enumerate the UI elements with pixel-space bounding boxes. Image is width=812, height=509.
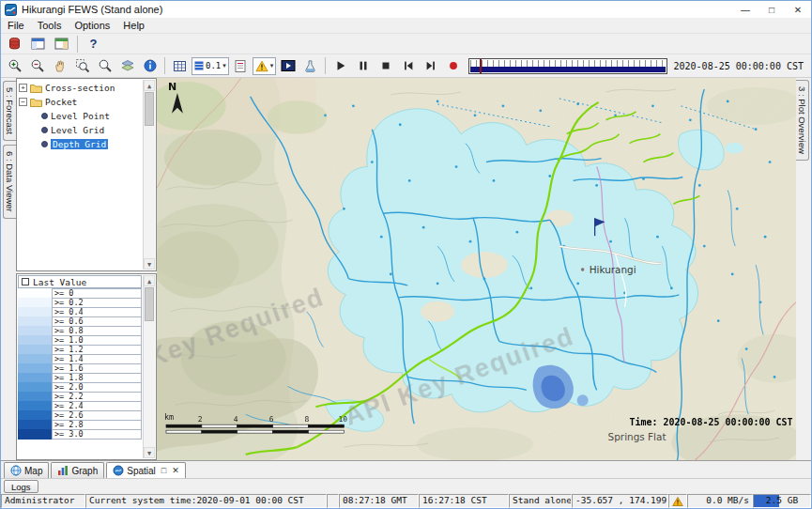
map-time-label: Time: 2020-08-25 00:00:00 CST — [630, 417, 793, 427]
tab-restore-icon[interactable]: □ — [161, 466, 166, 475]
minimize-button[interactable]: — — [732, 1, 758, 18]
grid-icon — [173, 59, 187, 73]
help-icon: ? — [90, 37, 98, 51]
layers-icon — [120, 58, 135, 73]
database-button[interactable] — [4, 35, 25, 54]
tab-data-viewer[interactable]: 6 : Data Viewer — [3, 145, 16, 219]
record-button[interactable] — [442, 56, 464, 75]
tab-close-icon[interactable]: ✕ — [172, 466, 179, 475]
scale-tick: 6 — [269, 415, 274, 424]
scrollbar-thumb[interactable] — [145, 92, 154, 126]
locality-label: Springs Flat — [608, 431, 666, 442]
scroll-down-icon[interactable]: ▼ — [144, 447, 155, 458]
menu-help[interactable]: Help — [116, 19, 151, 32]
legend-row: >= 3.0 — [18, 429, 142, 440]
info-button[interactable] — [139, 56, 161, 75]
legend-swatch — [18, 429, 52, 440]
explorer-panel-icon — [31, 37, 45, 51]
pause-button[interactable] — [352, 56, 374, 75]
status-warning[interactable] — [668, 494, 687, 508]
tree-scrollbar[interactable]: ▲ ▼ — [143, 80, 155, 270]
legend-scrollbar[interactable]: ▲ ▼ — [143, 275, 155, 458]
scale-tick: 8 — [305, 415, 310, 424]
tree-row[interactable]: Depth Grid — [19, 137, 142, 151]
time-slider-marker[interactable] — [480, 59, 482, 73]
tree-row[interactable]: − Pocket — [19, 95, 142, 109]
skip-to-end-icon — [424, 59, 437, 72]
go-to-start-button[interactable] — [397, 56, 419, 75]
layout-panel-icon — [54, 37, 69, 51]
help-button[interactable]: ? — [83, 35, 104, 54]
tab-plot-overview[interactable]: 3 : Plot Overview — [796, 80, 809, 161]
folder-icon — [30, 97, 42, 107]
profile-document-icon — [234, 59, 247, 73]
close-button[interactable]: ✕ — [785, 1, 811, 18]
play-icon — [334, 59, 347, 72]
scale-tick: 2 — [198, 415, 203, 424]
bar-chart-icon — [57, 465, 69, 476]
last-value-checkbox[interactable] — [22, 278, 29, 285]
go-to-end-button[interactable] — [420, 56, 441, 75]
flask-icon — [303, 59, 317, 73]
collapse-icon[interactable]: − — [19, 98, 27, 106]
tree-item-level-grid: Level Grid — [51, 125, 104, 135]
tab-map[interactable]: Map — [4, 462, 49, 478]
tab-graph-label: Graph — [71, 466, 98, 476]
layer-grid-icon — [41, 141, 48, 147]
time-slider[interactable] — [468, 58, 666, 74]
explorer-panel-button[interactable] — [27, 35, 49, 54]
status-local-time: 16:27:18 CST — [419, 494, 509, 508]
grid-class-dropdown[interactable]: 0.1 ▾ — [192, 57, 229, 75]
scroll-up-icon[interactable]: ▲ — [144, 275, 155, 286]
expand-icon[interactable]: + — [19, 84, 27, 92]
warning-threshold-dropdown[interactable]: ▾ — [253, 57, 277, 75]
animation-button[interactable] — [277, 56, 299, 75]
zoom-in-icon — [8, 58, 23, 73]
layout-panel-button[interactable] — [51, 35, 72, 54]
scroll-down-icon[interactable]: ▼ — [144, 258, 155, 270]
scale-tick: 10 — [338, 415, 347, 424]
menu-tools[interactable]: Tools — [31, 19, 69, 32]
tab-spatial[interactable]: Spatial □ ✕ — [106, 462, 186, 478]
tab-forecast[interactable]: 5 : Forecast — [3, 81, 16, 141]
tab-map-label: Map — [24, 466, 42, 476]
tree-row[interactable]: + Cross-section — [19, 81, 142, 95]
status-memory: 2.5 GB — [753, 494, 811, 508]
menu-options[interactable]: Options — [68, 19, 116, 32]
tree-item-depth-grid: Depth Grid — [51, 139, 108, 149]
north-label: N — [168, 81, 176, 93]
menu-file[interactable]: File — [1, 19, 31, 32]
scale-tick: 4 — [234, 415, 238, 424]
grid-display-button[interactable] — [169, 56, 191, 75]
tree-row[interactable]: Level Grid — [19, 123, 142, 137]
pan-button[interactable] — [49, 56, 70, 75]
title-bar: Hikurangi FEWS (Stand alone) — □ ✕ — [1, 1, 811, 18]
scrollbar-thumb[interactable] — [145, 287, 154, 321]
maximize-button[interactable]: □ — [758, 1, 785, 18]
layers-button[interactable] — [116, 56, 138, 75]
profile-button[interactable] — [230, 56, 252, 75]
zoom-region-button[interactable] — [71, 56, 93, 75]
zoom-region-icon — [75, 58, 90, 73]
zoom-out-button[interactable] — [26, 56, 48, 75]
map-canvas[interactable]: Hikurangi Springs Flat API Key Required … — [157, 78, 796, 460]
play-button[interactable] — [329, 56, 351, 75]
tree-item-cross-section: Cross-section — [45, 83, 115, 93]
pan-hand-icon — [53, 58, 68, 73]
status-memory-label: 2.5 GB — [766, 495, 798, 505]
zoom-full-extent-button[interactable] — [94, 56, 115, 75]
right-tab-strip: 3 : Plot Overview — [796, 78, 811, 460]
left-tab-strip: 5 : Forecast 6 : Data Viewer — [1, 78, 16, 460]
export-button[interactable] — [299, 56, 321, 75]
app-window: Hikurangi FEWS (Stand alone) — □ ✕ File … — [0, 0, 812, 509]
tab-graph[interactable]: Graph — [51, 462, 104, 478]
tree-row[interactable]: Level Point — [19, 109, 142, 123]
database-icon — [8, 37, 22, 51]
zoom-in-button[interactable] — [4, 56, 25, 75]
stop-button[interactable] — [375, 56, 396, 75]
record-icon — [447, 59, 460, 72]
globe-icon — [10, 465, 22, 476]
logs-button[interactable]: Logs — [4, 480, 38, 493]
scroll-up-icon[interactable]: ▲ — [144, 80, 155, 91]
logs-bar: Logs — [1, 478, 811, 494]
